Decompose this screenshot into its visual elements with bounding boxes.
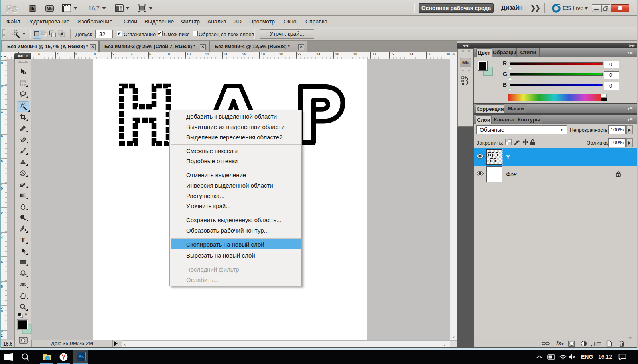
svg-text:T: T — [21, 236, 26, 244]
